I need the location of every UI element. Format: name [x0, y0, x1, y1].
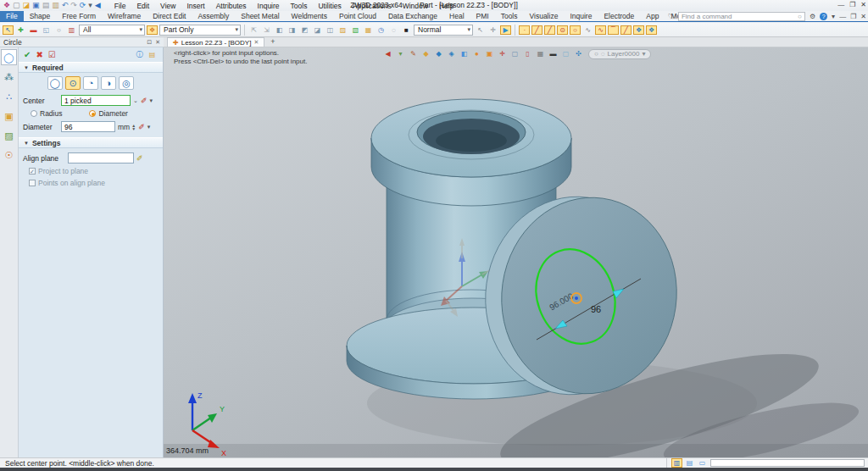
unlink-icon[interactable]: ⇲: [261, 25, 272, 35]
undo-icon[interactable]: ↶: [62, 1, 69, 10]
ribbon-tab-13[interactable]: Visualize: [524, 11, 565, 21]
view-standard-icon[interactable]: ◆: [433, 49, 444, 58]
project-to-plane-checkbox[interactable]: [29, 168, 36, 175]
points-on-align-plane-checkbox[interactable]: [29, 180, 36, 186]
regen-icon[interactable]: ⟳: [80, 1, 86, 10]
filter-edge-icon[interactable]: ◨: [287, 25, 298, 35]
redo-icon[interactable]: ↷: [70, 1, 77, 10]
cancel-button[interactable]: ✖: [36, 50, 42, 59]
folder-colors-icon[interactable]: ▦: [363, 25, 374, 35]
filter-select[interactable]: All ▾: [79, 25, 145, 36]
history-icon[interactable]: ◷: [376, 25, 387, 35]
quick-access-caret-icon[interactable]: ▾: [88, 1, 92, 10]
quick-draw-icon[interactable]: ✎: [408, 49, 419, 58]
ribbon-tab-16[interactable]: App: [640, 11, 665, 21]
doc-restore-button[interactable]: ❐: [850, 13, 856, 20]
point-tool-icon[interactable]: ∙: [519, 25, 530, 35]
pick-filter-icon[interactable]: ▾: [395, 49, 406, 58]
section-view-icon[interactable]: ▯: [522, 49, 533, 58]
menu-item-2[interactable]: View: [155, 2, 181, 10]
app-logo-icon[interactable]: ❖: [3, 1, 10, 10]
dock-role-icon[interactable]: ☉: [1, 147, 17, 163]
polyline-tool-icon[interactable]: ╱: [544, 25, 555, 35]
circle-tool-icon[interactable]: ○: [570, 25, 581, 35]
window-list-icon[interactable]: ▭: [697, 458, 708, 468]
gear-icon[interactable]: ⚙: [810, 13, 815, 20]
output-panel-icon[interactable]: ▥: [671, 458, 682, 468]
folder-layers-icon[interactable]: ▨: [337, 25, 348, 35]
minimize-button[interactable]: —: [837, 1, 844, 8]
print-icon[interactable]: ▤: [42, 1, 50, 10]
pin-icon[interactable]: ✛: [487, 25, 498, 35]
monitor-icon[interactable]: ▤: [684, 458, 695, 468]
new-tab-button[interactable]: +: [264, 37, 281, 47]
doc-close-button[interactable]: ✕: [860, 13, 866, 20]
favorite-icon[interactable]: ♡: [668, 13, 674, 20]
reference-icon[interactable]: ◌: [388, 25, 399, 35]
display-mode-icon[interactable]: ◧: [459, 49, 470, 58]
doc-minimize-button[interactable]: —: [839, 13, 846, 20]
ribbon-tab-3[interactable]: Wireframe: [102, 11, 147, 21]
dock-visual-icon[interactable]: ▣: [1, 108, 17, 124]
method-two-point-icon[interactable]: ◑: [101, 76, 116, 90]
center-input[interactable]: 1 picked: [61, 95, 131, 106]
menu-item-6[interactable]: Tools: [286, 2, 313, 10]
dock-manager-icon[interactable]: ⁂: [1, 69, 17, 85]
auto-regen-icon[interactable]: ▶: [500, 25, 511, 35]
ribbon-tab-5[interactable]: Assembly: [192, 11, 235, 21]
frame-display-icon[interactable]: ▢: [509, 49, 520, 58]
center-picker-icon[interactable]: ✐: [141, 97, 147, 105]
background-icon[interactable]: ▣: [484, 49, 495, 58]
info-icon[interactable]: ⓘ: [134, 50, 145, 59]
shadow-toggle-icon[interactable]: ▦: [535, 49, 546, 58]
align-plane-picker-icon[interactable]: ✐: [136, 154, 143, 163]
layer-control[interactable]: ○ ◌ Layer0000 ▾: [588, 49, 651, 59]
chart-icon[interactable]: ▥: [66, 25, 77, 35]
scope-icon[interactable]: ❖: [147, 25, 158, 35]
required-section-header[interactable]: ▼ Required: [19, 62, 163, 73]
help-icon[interactable]: ?: [820, 13, 827, 20]
help-doc-icon[interactable]: ▤: [147, 50, 158, 59]
graphics-viewport[interactable]: 96 96.000 Z Y X <right-click> for point …: [164, 47, 868, 457]
diameter-stepper[interactable]: ▲▼: [131, 124, 136, 130]
ribbon-tab-12[interactable]: Tools: [495, 11, 524, 21]
filter-feature-icon[interactable]: ◪: [312, 25, 323, 35]
ribbon-tab-15[interactable]: Electrode: [598, 11, 640, 21]
diameter-picker-icon[interactable]: ✐: [138, 123, 145, 131]
ribbon-tab-7[interactable]: Weldments: [286, 11, 333, 21]
ribbon-tab-2[interactable]: Free Form: [56, 11, 102, 21]
panel-pin-button[interactable]: ⊡: [147, 39, 152, 46]
menu-item-0[interactable]: File: [109, 2, 131, 10]
menu-item-7[interactable]: Utilities: [313, 2, 346, 10]
image-capture-icon[interactable]: ◱: [41, 25, 52, 35]
ribbon-tab-11[interactable]: PMI: [470, 11, 495, 21]
curve-tool-icon[interactable]: ∿: [595, 25, 606, 35]
settings-section-header[interactable]: ▼ Settings: [19, 137, 163, 148]
export-icon[interactable]: ▥: [52, 1, 59, 10]
settings-display-icon[interactable]: ✣: [573, 49, 584, 58]
tab-close-icon[interactable]: ✕: [253, 39, 259, 46]
restore-button[interactable]: ❐: [849, 1, 855, 8]
reference-circle-icon[interactable]: ○: [53, 25, 64, 35]
scope-select[interactable]: Part Only ▾: [159, 25, 241, 36]
panel-close-button[interactable]: ✕: [155, 39, 160, 46]
close-button[interactable]: ✕: [860, 1, 866, 8]
color-swatch-icon[interactable]: ■: [401, 25, 412, 35]
surface-tool-icon[interactable]: ❖: [633, 25, 644, 35]
pick-cursor-icon[interactable]: ↖: [475, 25, 486, 35]
menu-item-4[interactable]: Attributes: [211, 2, 252, 10]
filter-point-icon[interactable]: ◧: [274, 25, 285, 35]
ribbon-tab-14[interactable]: Inquire: [564, 11, 598, 21]
align-plane-input[interactable]: [68, 152, 134, 163]
open-file-icon[interactable]: ◪: [23, 1, 31, 10]
flat-display-icon[interactable]: ▬: [548, 49, 559, 58]
expand-icon[interactable]: ⌄: [133, 97, 138, 104]
view-orient-icon[interactable]: ◈: [446, 49, 457, 58]
resume-icon[interactable]: ◀: [95, 1, 101, 10]
folder-open-icon[interactable]: ▧: [350, 25, 361, 35]
ribbon-tab-10[interactable]: Heal: [443, 11, 470, 21]
picker-caret-icon[interactable]: ▾: [149, 97, 153, 104]
ribbon-tab-6[interactable]: Sheet Metal: [235, 11, 285, 21]
link-icon[interactable]: ⇱: [248, 25, 259, 35]
datum-display-icon[interactable]: ✛: [497, 49, 508, 58]
